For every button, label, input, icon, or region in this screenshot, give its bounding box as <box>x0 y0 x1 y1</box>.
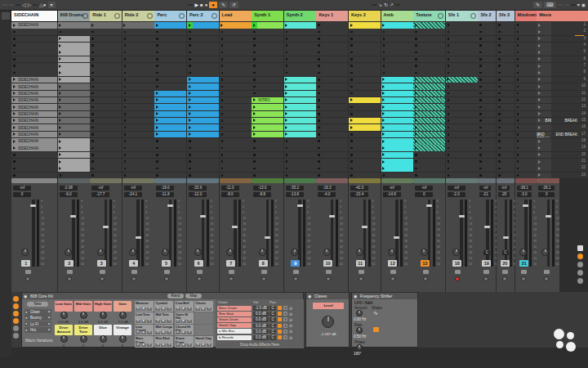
clip-stop-icon[interactable] <box>517 113 519 115</box>
clip-stop-icon[interactable] <box>91 168 94 170</box>
empty-clip-slot[interactable] <box>122 83 154 90</box>
lfo-retrig-toggle[interactable] <box>373 334 379 339</box>
volume-fader[interactable] <box>428 200 431 267</box>
empty-clip-slot[interactable] <box>316 29 348 35</box>
clip-stop-icon[interactable] <box>91 72 94 74</box>
empty-clip-slot[interactable] <box>154 165 186 172</box>
clip-slot[interactable] <box>187 132 219 138</box>
clip-slot[interactable]: SIDECHAIN <box>11 22 57 29</box>
empty-clip-slot[interactable] <box>413 56 445 63</box>
clip-stop-icon[interactable] <box>91 133 94 136</box>
clip-play-icon[interactable] <box>59 160 61 164</box>
clip-slot[interactable] <box>58 124 90 131</box>
clip-play-icon[interactable] <box>415 146 417 150</box>
rack-chain-item[interactable]: ●Lo Fi▶ <box>24 321 51 327</box>
macro-label-4[interactable]: Gain <box>114 301 131 312</box>
empty-clip-slot[interactable] <box>122 49 154 56</box>
device-on-icon[interactable]: ◉ <box>308 293 311 299</box>
clip-play-icon[interactable] <box>350 126 353 129</box>
empty-clip-slot[interactable] <box>446 63 478 70</box>
clip-stop-icon[interactable] <box>415 44 417 47</box>
clip-play-icon[interactable] <box>13 132 16 136</box>
clip-stop-icon[interactable] <box>479 160 482 163</box>
clip-slot[interactable] <box>252 22 283 29</box>
clip-stop-icon[interactable] <box>318 99 320 101</box>
clip-play-icon[interactable] <box>253 126 256 129</box>
fader-handle[interactable] <box>70 215 76 218</box>
arm-button[interactable] <box>131 276 136 281</box>
clip-stop-icon[interactable] <box>498 92 501 95</box>
clip-playing-button[interactable] <box>252 22 257 29</box>
arm-button[interactable] <box>67 276 72 281</box>
clip-stop-icon[interactable] <box>13 160 16 163</box>
pad-solo-button[interactable]: S <box>187 331 192 334</box>
volume-fader[interactable] <box>298 200 301 267</box>
clip-stop-icon[interactable] <box>448 99 450 101</box>
clip-play-icon[interactable] <box>59 71 61 74</box>
empty-clip-slot[interactable] <box>413 29 445 35</box>
clip-stop-icon[interactable] <box>91 127 94 129</box>
clip-stop-icon[interactable] <box>189 44 191 47</box>
empty-clip-slot[interactable] <box>497 145 514 151</box>
nudge-down-icon[interactable]: ◁ <box>22 2 26 7</box>
empty-clip-slot[interactable] <box>154 152 186 159</box>
empty-clip-slot[interactable] <box>220 165 252 172</box>
clip-slot[interactable] <box>252 124 283 131</box>
clip-stop-icon[interactable] <box>448 168 450 170</box>
clip-stop-icon[interactable] <box>517 140 519 142</box>
clip-slot[interactable] <box>187 104 219 110</box>
empty-clip-slot[interactable] <box>316 145 348 151</box>
empty-clip-slot[interactable] <box>497 159 514 165</box>
drum-pad-rim-shot[interactable]: Rim ShotM▶S <box>154 336 173 348</box>
empty-clip-slot[interactable] <box>90 165 122 172</box>
clip-stop-icon[interactable] <box>479 154 482 156</box>
clip-slot[interactable] <box>58 132 90 138</box>
clip-slot[interactable] <box>58 83 90 90</box>
clip-slot[interactable] <box>413 118 445 124</box>
empty-clip-slot[interactable] <box>446 138 478 145</box>
chain-row-activator[interactable] <box>278 312 282 316</box>
empty-clip-slot[interactable] <box>11 159 57 165</box>
chain-row-hotswap-icon[interactable]: ⊘ <box>289 312 292 316</box>
clip-stop-icon[interactable] <box>448 140 450 142</box>
arm-button[interactable] <box>164 276 169 281</box>
empty-clip-slot[interactable] <box>515 145 537 151</box>
play-button[interactable]: ▶ <box>194 2 198 7</box>
track-header-lead[interactable]: Lead <box>220 11 252 21</box>
empty-clip-slot[interactable] <box>58 29 90 35</box>
clip-stop-icon[interactable] <box>383 65 385 67</box>
clip-stop-icon[interactable] <box>383 44 385 47</box>
track-header-keys-1[interactable]: Keys 1 <box>316 11 348 21</box>
clip-stop-icon[interactable] <box>448 65 450 67</box>
clip-stop-icon[interactable] <box>350 79 353 81</box>
clip-stop-icon[interactable] <box>221 38 224 40</box>
empty-clip-slot[interactable] <box>515 63 537 70</box>
empty-clip-slot[interactable] <box>11 49 57 56</box>
empty-clip-slot[interactable] <box>122 56 154 63</box>
clip-stop-icon[interactable] <box>91 113 94 115</box>
pan-knob[interactable] <box>162 249 169 256</box>
pad-play-button[interactable]: ▶ <box>161 343 166 347</box>
volume-value[interactable]: -inf <box>479 186 491 191</box>
empty-clip-slot[interactable] <box>515 159 537 165</box>
clip-stop-icon[interactable] <box>253 65 256 67</box>
clip-slot[interactable] <box>413 138 445 145</box>
clip-stop-icon[interactable] <box>448 38 450 40</box>
clip-slot[interactable] <box>58 165 90 172</box>
pad-solo-button[interactable]: S <box>167 343 172 347</box>
chain-row-hotswap-icon[interactable]: ⊘ <box>289 335 292 340</box>
track-header-synth-2[interactable]: Synth 2 <box>284 11 316 21</box>
empty-clip-slot[interactable] <box>284 49 316 56</box>
volume-value[interactable]: -inf <box>13 186 31 191</box>
clip-slot[interactable]: SIDECHAIN <box>11 77 57 83</box>
clip-stop-icon[interactable] <box>124 86 127 88</box>
chain-row-volume[interactable]: 0.0 dB <box>253 330 269 334</box>
clip-slot[interactable] <box>187 124 219 131</box>
empty-clip-slot[interactable] <box>187 36 219 43</box>
clip-stop-icon[interactable] <box>498 31 501 34</box>
send-value[interactable]: -13.8 <box>286 192 304 197</box>
solo-button[interactable] <box>164 270 170 274</box>
empty-clip-slot[interactable] <box>220 77 252 83</box>
clip-stop-icon[interactable] <box>124 99 127 101</box>
clip-stop-icon[interactable] <box>318 92 320 95</box>
